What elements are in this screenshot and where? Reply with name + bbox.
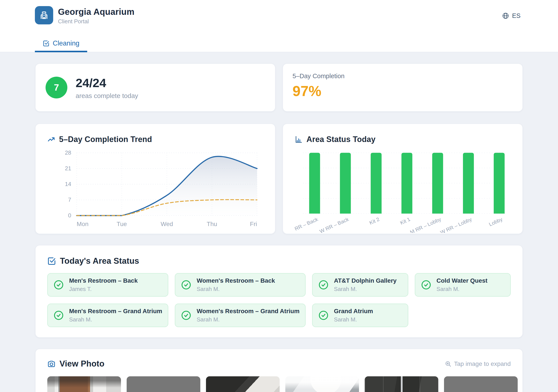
five-day-percent: 97% bbox=[293, 83, 513, 99]
area-status-card[interactable]: AT&T Dolphin Gallery Sarah M. bbox=[312, 273, 408, 297]
photo-hint: Tap image to expand bbox=[445, 360, 511, 367]
tab-cleaning[interactable]: Cleaning bbox=[35, 35, 87, 52]
status-bar bbox=[401, 153, 412, 214]
tab-active-underline bbox=[35, 51, 87, 52]
trend-chart-card: 5–Day Completion Trend 07142128MonTueWed… bbox=[35, 124, 275, 234]
area-status-card[interactable]: Grand Atrium Sarah M. bbox=[312, 304, 408, 327]
status-bar bbox=[494, 153, 505, 214]
status-bar bbox=[371, 153, 382, 214]
tab-cleaning-label: Cleaning bbox=[53, 39, 79, 47]
app-logo bbox=[35, 6, 53, 24]
area-name: Women's Restroom – Back bbox=[197, 277, 275, 284]
area-staff: Sarah M. bbox=[334, 286, 396, 292]
page-subtitle: Client Portal bbox=[58, 18, 134, 25]
area-staff: Sarah M. bbox=[197, 316, 299, 323]
completion-caption: areas complete today bbox=[76, 92, 138, 100]
checkbox-check-icon bbox=[47, 257, 56, 265]
area-status-card[interactable]: Cold Water Quest Sarah M. bbox=[415, 273, 511, 297]
todays-area-status-card: Today's Area Status Men's Restroom – Bac… bbox=[35, 245, 523, 338]
svg-text:Kit 2: Kit 2 bbox=[368, 216, 380, 226]
trend-chart-title: 5–Day Completion Trend bbox=[59, 135, 152, 144]
svg-text:28: 28 bbox=[65, 150, 71, 156]
todays-area-status-title: Today's Area Status bbox=[60, 256, 139, 266]
circle-check-icon bbox=[53, 280, 64, 290]
svg-text:M RR – Back: M RR – Back bbox=[295, 216, 319, 233]
five-day-completion-card: 5–Day Completion 97% bbox=[283, 64, 523, 111]
svg-text:W RR – Lobby: W RR – Lobby bbox=[439, 216, 473, 233]
building-icon bbox=[39, 10, 49, 20]
circle-check-icon bbox=[421, 280, 431, 290]
circle-check-icon bbox=[181, 310, 191, 321]
area-status-card[interactable]: Women's Restroom – Grand Atrium Sarah M. bbox=[175, 304, 305, 327]
title-block: Georgia Aquarium Client Portal bbox=[58, 7, 134, 25]
language-label: ES bbox=[512, 12, 521, 19]
checkbox-check-icon bbox=[43, 40, 50, 47]
photo-thumbnail-bright-ceiling-room[interactable] bbox=[285, 376, 359, 392]
svg-text:21: 21 bbox=[65, 165, 71, 171]
svg-text:Mon: Mon bbox=[77, 221, 88, 227]
area-name: Men's Restroom – Grand Atrium bbox=[69, 308, 162, 315]
count-badge: 7 bbox=[45, 77, 67, 98]
svg-text:0: 0 bbox=[68, 213, 71, 219]
area-name: Women's Restroom – Grand Atrium bbox=[197, 308, 299, 315]
photo-thumbnail-dispenser-on-dark-tile[interactable] bbox=[206, 376, 280, 392]
status-bar bbox=[309, 153, 320, 214]
area-staff: Sarah M. bbox=[197, 286, 275, 292]
five-day-trend-line-chart: 07142128MonTueWedThuFri bbox=[47, 146, 263, 233]
svg-text:Fri: Fri bbox=[250, 221, 257, 227]
svg-text:Tue: Tue bbox=[117, 221, 127, 227]
status-bar bbox=[463, 153, 474, 214]
zoom-in-icon bbox=[445, 361, 451, 367]
view-photo-card: View Photo Tap image to expand bbox=[35, 349, 523, 392]
area-staff: Sarah M. bbox=[334, 316, 373, 323]
language-selector[interactable]: ES bbox=[502, 12, 521, 19]
area-status-bar-chart: M RR – BackW RR – BackKit 2Kit 1M RR – L… bbox=[295, 146, 511, 233]
area-name: Cold Water Quest bbox=[436, 277, 488, 284]
areas-complete-card: 7 24/24 areas complete today bbox=[35, 64, 275, 111]
svg-text:14: 14 bbox=[65, 181, 71, 187]
circle-check-icon bbox=[318, 280, 329, 290]
svg-text:Thu: Thu bbox=[207, 221, 217, 227]
svg-text:Kit 1: Kit 1 bbox=[399, 216, 411, 226]
status-bar bbox=[340, 153, 351, 214]
area-staff: James T. bbox=[69, 286, 138, 292]
photo-thumbnail-urinal-dark-tile[interactable] bbox=[365, 376, 438, 392]
photo-thumbnail-dark-tile-orange-sign[interactable] bbox=[444, 376, 518, 392]
area-status-card[interactable]: Men's Restroom – Back James T. bbox=[47, 273, 168, 297]
area-status-chart-title: Area Status Today bbox=[306, 135, 375, 144]
status-bar bbox=[432, 153, 443, 214]
status-grid: Men's Restroom – Back James T. Women's R… bbox=[47, 273, 511, 327]
circle-check-icon bbox=[181, 280, 191, 290]
area-name: Men's Restroom – Back bbox=[69, 277, 138, 284]
five-day-label: 5–Day Completion bbox=[293, 73, 513, 80]
main-content: 7 24/24 areas complete today 5–Day Compl… bbox=[0, 52, 558, 392]
photo-strip bbox=[47, 376, 511, 392]
photo-hint-label: Tap image to expand bbox=[454, 360, 511, 367]
trending-up-icon bbox=[47, 136, 55, 143]
svg-text:Lobby: Lobby bbox=[488, 216, 504, 227]
view-photo-title: View Photo bbox=[60, 359, 105, 368]
area-status-card[interactable]: Men's Restroom – Grand Atrium Sarah M. bbox=[47, 304, 168, 327]
area-status-chart-card: Area Status Today M RR – BackW RR – Back… bbox=[283, 124, 523, 234]
area-name: Grand Atrium bbox=[334, 308, 373, 315]
area-name: AT&T Dolphin Gallery bbox=[334, 277, 396, 284]
page-title: Georgia Aquarium bbox=[58, 7, 134, 17]
svg-text:Wed: Wed bbox=[161, 221, 173, 227]
area-staff: Sarah M. bbox=[436, 286, 488, 292]
circle-check-icon bbox=[318, 310, 329, 321]
area-staff: Sarah M. bbox=[69, 316, 162, 323]
completion-ratio: 24/24 bbox=[76, 76, 138, 90]
area-status-card[interactable]: Women's Restroom – Back Sarah M. bbox=[175, 273, 305, 297]
svg-text:M RR – Lobby: M RR – Lobby bbox=[409, 216, 442, 233]
photo-thumbnail-wooden-door-hallway[interactable] bbox=[47, 376, 121, 392]
globe-icon bbox=[502, 12, 509, 19]
circle-check-icon bbox=[53, 310, 64, 321]
bar-chart-icon bbox=[295, 136, 303, 143]
app-header: Georgia Aquarium Client Portal ES Cleani… bbox=[0, 0, 558, 52]
svg-text:7: 7 bbox=[68, 197, 71, 203]
svg-text:W RR – Back: W RR – Back bbox=[319, 216, 350, 233]
photo-thumbnail-dark-tile-wall-diagonal[interactable] bbox=[127, 376, 200, 392]
camera-icon bbox=[47, 360, 56, 368]
